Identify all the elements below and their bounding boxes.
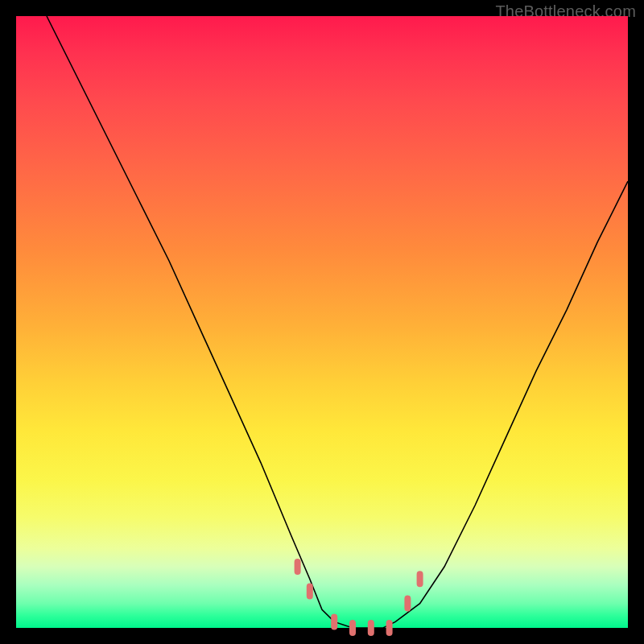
curve-tick-marks — [298, 562, 420, 633]
plot-area — [16, 16, 628, 628]
bottleneck-curve — [47, 16, 628, 628]
curve-svg — [16, 16, 628, 628]
outer-frame: TheBottleneck.com — [0, 0, 644, 644]
